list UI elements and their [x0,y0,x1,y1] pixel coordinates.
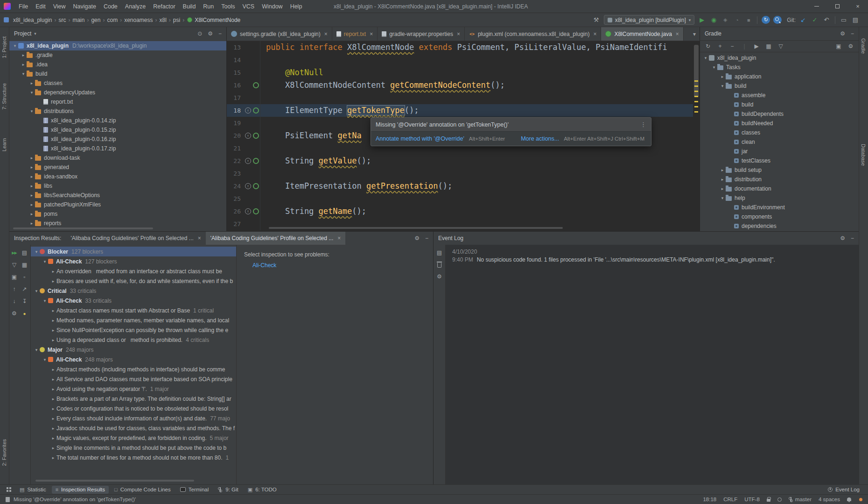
caret-position-widget[interactable]: 18:18 [703,497,716,502]
eventlog-filter-icon[interactable]: ▤ [435,248,444,257]
chevron-closed-icon[interactable]: ▸ [50,269,56,274]
tree-row-build[interactable]: build [700,100,859,109]
stripe-button-7-structure[interactable]: 7: Structure [1,83,7,110]
tree-row-using-a-deprecated-class-or-method-is-prohibited[interactable]: ▸Using a deprecated class or method is p… [31,335,236,345]
toolwindow-button-event-log[interactable]: Event Log [824,486,863,493]
chevron-closed-icon[interactable]: ▸ [50,406,56,411]
error-stripe[interactable] [693,41,700,231]
chevron-open-icon[interactable]: ▾ [33,249,40,254]
toolwindow-button-terminal[interactable]: Terminal [176,486,212,494]
chevron-closed-icon[interactable]: ▸ [50,387,56,391]
warning-stripe-mark[interactable] [694,111,698,113]
breadcrumb-item-x8l[interactable]: x8l [159,17,168,23]
tree-row-distribution[interactable]: ▸distribution [700,175,859,184]
menu-window[interactable]: Window [258,0,286,13]
tree-row-method-names-parameter-names-member-variable-names-and-local[interactable]: ▸Method names, parameter names, member v… [31,315,236,325]
tree-row-idea[interactable]: ▸.idea [9,60,226,69]
group-by-severity-icon[interactable]: ▦ [21,261,29,269]
chevron-closed-icon[interactable]: ▸ [28,165,35,170]
tree-row-the-total-number-of-lines-for-a-method-should-not-be-more-than-80[interactable]: ▸The total number of lines for a method … [31,453,236,462]
export-icon[interactable]: ↧ [21,297,29,305]
chevron-open-icon[interactable]: ▾ [28,90,35,95]
chevron-closed-icon[interactable]: ▸ [50,426,56,431]
indent-widget[interactable]: 4 spaces [819,497,840,502]
close-tab-icon[interactable]: × [324,31,328,37]
tree-row-reports[interactable]: ▸reports [9,219,226,228]
code-line-25[interactable]: 25 [227,192,693,205]
more-actions-link[interactable]: More actions... [521,135,559,142]
tree-row-application[interactable]: ▸application [700,72,859,81]
chevron-open-icon[interactable]: ▾ [12,43,18,48]
next-problem-icon[interactable]: ↓ [10,297,19,305]
inspection-tab-2[interactable]: 'Alibaba Coding Guidelines' Profile on S… [206,232,345,245]
tree-row-components[interactable]: components [700,212,859,221]
overrides-gutter-icon[interactable]: ↑ [245,208,251,214]
quickfix-bulb-icon[interactable]: ● [21,309,29,318]
chevron-closed-icon[interactable]: ▸ [20,53,27,57]
chevron-closed-icon[interactable]: ▸ [719,74,726,79]
breadcrumb-item-x8l-idea-plugin[interactable]: x8l_idea_plugin [12,17,53,23]
tree-row-dependencies[interactable]: dependencies [700,221,859,231]
inspection-gear-icon[interactable]: ⚙ [414,235,420,241]
breadcrumb-item-src[interactable]: src [57,17,67,23]
clear-all-icon[interactable] [437,263,441,268]
chevron-open-icon[interactable]: ▾ [33,348,40,352]
chevron-open-icon[interactable]: ▾ [42,298,48,303]
tree-row-ali-check[interactable]: ▾Ali-Check248 majors [31,355,236,364]
breadcrumb-item-gen[interactable]: gen [90,17,101,23]
chevron-closed-icon[interactable]: ▸ [50,446,56,450]
chevron-closed-icon[interactable]: ▸ [719,186,726,191]
tree-row-libssearchableoptions[interactable]: ▸libsSearchableOptions [9,191,226,200]
chevron-closed-icon[interactable]: ▸ [20,62,27,67]
tree-row-critical[interactable]: ▾Critical33 criticals [31,286,236,296]
eventlog-settings-icon[interactable]: ⚙ [435,272,444,281]
implements-gutter-icon[interactable] [253,183,259,189]
tree-row-magic-values-except-for-predefined-are-forbidden-in-coding[interactable]: ▸Magic values, except for predefined, ar… [31,433,236,443]
implements-gutter-icon[interactable] [253,133,259,139]
collapse-all-icon[interactable]: ▫ [21,273,29,281]
run-button[interactable]: ▶ [698,16,706,24]
chevron-closed-icon[interactable]: ▸ [28,202,35,207]
code-line-14[interactable]: 14 [227,54,693,66]
readonly-lock-icon[interactable] [767,499,770,502]
code-line-24[interactable]: 24↑ ItemPresentation getPresentation(); [227,180,693,192]
editor-tab-plugin-xml-com-xenoamess-x8l-idea-plugin[interactable]: <>plugin.xml (com.xenoamess.x8l_idea_plu… [465,27,601,41]
tree-row-tasks[interactable]: ▾Tasks [700,63,859,72]
code-line-26[interactable]: 26↑ String getName(); [227,205,693,218]
encoding-widget[interactable]: UTF-8 [744,497,760,502]
chevron-closed-icon[interactable]: ▸ [28,81,35,85]
chevron-closed-icon[interactable]: ▸ [50,279,56,284]
project-hscrollbar[interactable] [13,227,153,229]
tree-row-blocker[interactable]: ▾Blocker127 blockers [31,247,236,256]
tree-row-all-service-and-dao-classes-must-be-interface-based-on-soa-principle[interactable]: ▸All Service and DAO classes must be int… [31,374,236,384]
chevron-open-icon[interactable]: ▾ [33,289,40,293]
chevron-open-icon[interactable]: ▾ [42,259,48,264]
inspection-settings-icon[interactable]: ⚙ [10,309,19,318]
hide-inspection-panel-icon[interactable]: − [425,235,428,241]
code-line-17[interactable]: 17 [227,92,693,104]
eventlog-content[interactable]: 4/10/2020 9:40 PMNo suspicious code foun… [446,245,859,484]
implements-gutter-icon[interactable] [253,158,259,164]
tree-row-build[interactable]: ▾build [700,81,859,91]
git-commit-button[interactable]: ✓ [811,16,819,24]
git-branch-widget[interactable]: master [789,497,812,502]
breadcrumb-item-xenoamess[interactable]: xenoamess [123,17,154,23]
gradle-gear-icon[interactable]: ⚙ [840,30,845,37]
menu-build[interactable]: Build [179,0,200,13]
menu-code[interactable]: Code [100,0,121,13]
gradle-settings-icon[interactable]: ⚙ [847,42,855,50]
expand-all-icon[interactable]: ▣ [10,273,19,281]
chevron-closed-icon[interactable]: ▸ [28,156,35,160]
toolwindow-switcher-icon[interactable] [7,487,8,489]
overrides-gutter-icon[interactable]: ↑ [245,158,251,164]
warning-stripe-mark[interactable] [694,101,698,102]
tree-row-libs[interactable]: ▸libs [9,181,226,191]
highlighting-level-icon[interactable] [777,497,782,502]
tree-row-single-line-comments-in-a-method-should-be-put-above-the-code-to-b[interactable]: ▸Single line comments in a method should… [31,443,236,453]
tree-row-codes-or-configuration-that-is-noticed-to-be-obsoleted-should-be-resol[interactable]: ▸Codes or configuration that is noticed … [31,404,236,413]
chevron-closed-icon[interactable]: ▸ [50,367,56,372]
breadcrumb-item-com[interactable]: com [106,17,119,23]
tree-row-x8l-idea-plugin[interactable]: ▾x8l_idea_pluginD:\workspace\x8l_idea_pl… [9,41,226,50]
chevron-open-icon[interactable]: ▾ [20,71,27,76]
tree-row-jar[interactable]: jar [700,147,859,156]
